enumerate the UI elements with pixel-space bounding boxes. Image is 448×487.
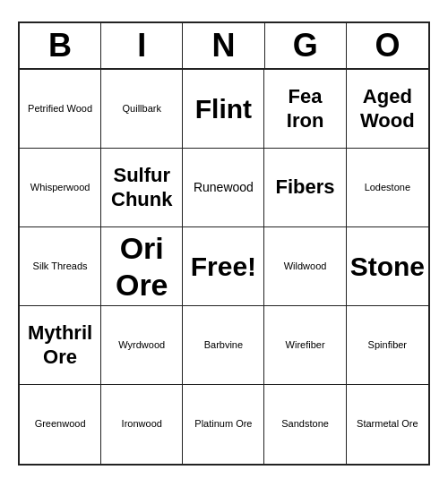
cell-r0-c0: Petrified Wood [20,70,101,149]
cell-r2-c4: Stone [347,227,428,306]
cell-r4-c0: Greenwood [20,385,101,464]
cell-r0-c4: Aged Wood [347,70,428,149]
cell-r4-c1: Ironwood [101,385,183,464]
cell-r2-c0: Silk Threads [20,227,101,306]
cell-r3-c4: Spinfiber [347,306,428,385]
header-letter-b: B [20,23,101,68]
header-letter-i: I [101,23,183,68]
cell-r0-c3: Fea Iron [264,70,346,149]
cell-r3-c0: Mythril Ore [20,306,101,385]
cell-r1-c4: Lodestone [347,149,428,227]
cell-r1-c2: Runewood [183,149,264,227]
bingo-header: BINGO [20,23,428,70]
header-letter-n: N [183,23,264,68]
cell-r2-c1: Ori Ore [101,227,183,306]
cell-r2-c2: Free! [183,227,264,306]
cell-r3-c2: Barbvine [183,306,264,385]
header-letter-g: G [265,23,347,68]
header-letter-o: O [347,23,428,68]
bingo-card: BINGO Petrified WoodQuillbarkFlintFea Ir… [18,21,430,466]
cell-r3-c3: Wirefiber [264,306,346,385]
cell-r3-c1: Wyrdwood [101,306,183,385]
cell-r0-c1: Quillbark [101,70,183,149]
cell-r4-c4: Starmetal Ore [347,385,428,464]
cell-r1-c3: Fibers [264,149,346,227]
cell-r1-c1: Sulfur Chunk [101,149,183,227]
cell-r0-c2: Flint [183,70,264,149]
cell-r2-c3: Wildwood [264,227,346,306]
cell-r1-c0: Whisperwood [20,149,101,227]
cell-r4-c2: Platinum Ore [183,385,264,464]
bingo-grid: Petrified WoodQuillbarkFlintFea IronAged… [20,70,428,464]
cell-r4-c3: Sandstone [264,385,346,464]
